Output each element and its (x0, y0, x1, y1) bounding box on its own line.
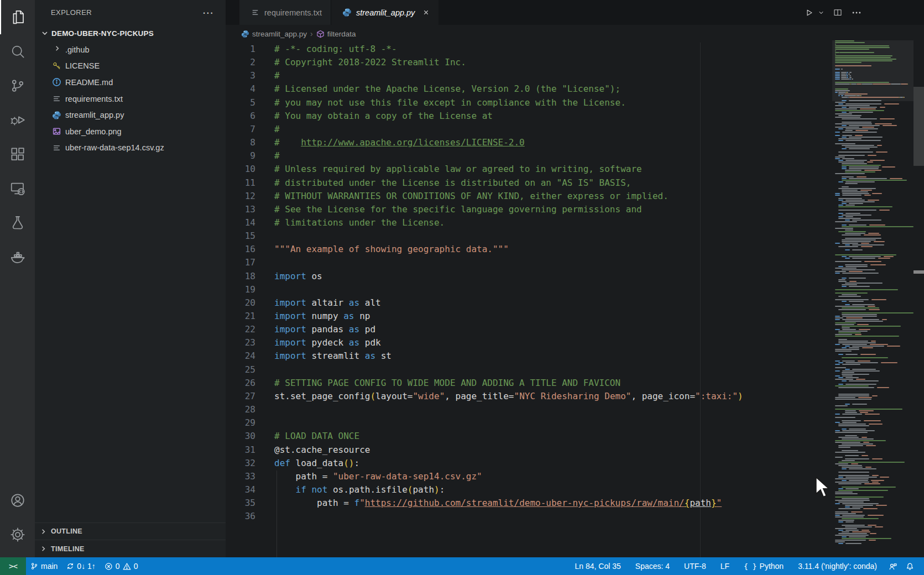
code-line[interactable]: 19 (226, 283, 274, 296)
minimap[interactable] (835, 40, 913, 550)
code-line[interactable]: 18import os (226, 270, 322, 283)
code-line[interactable]: 2# Copyright 2018-2022 Streamlit Inc. (226, 56, 466, 69)
indentation-indicator[interactable]: Spaces: 4 (628, 557, 677, 575)
close-icon[interactable] (422, 9, 430, 16)
activity-bar-item-settings[interactable] (0, 518, 35, 552)
run-button[interactable] (803, 7, 815, 18)
file-tree-item-streamlit_app.py[interactable]: streamlit_app.py (35, 107, 226, 123)
code-line[interactable]: 34 if not os.path.isfile(path): (226, 483, 445, 496)
problems-item[interactable]: 00 (100, 557, 143, 575)
minimap-slider[interactable] (832, 40, 913, 101)
file-tree-item-.github[interactable]: .github (35, 41, 226, 58)
sync-changes-item[interactable]: 0↓ 1↑ (62, 557, 100, 575)
file-label: LICENSE (65, 61, 100, 70)
code-editor[interactable]: 1# -*- coding: utf-8 -*-2# Copyright 201… (226, 43, 924, 557)
git-branch-item[interactable]: main (26, 557, 62, 575)
breadcrumb-item-streamlit_app.py[interactable]: streamlit_app.py (241, 30, 307, 38)
code-line[interactable]: 7# (226, 123, 280, 136)
tab-streamlit_app.py[interactable]: streamlit_app.py (331, 0, 438, 25)
more-actions-button[interactable] (851, 7, 862, 18)
activity-bar-item-extensions[interactable] (0, 137, 35, 171)
editor-scrollbar[interactable] (913, 25, 924, 557)
code-line[interactable]: 29 (226, 416, 274, 430)
split-editor-button[interactable] (833, 8, 843, 18)
feedback-icon[interactable] (884, 557, 901, 575)
project-root-row[interactable]: DEMO-UBER-NYC-PICKUPS (35, 25, 226, 41)
explorer-sidebar: EXPLORER ⋯ DEMO-UBER-NYC-PICKUPS .github… (35, 0, 226, 557)
code-line[interactable]: 5# you may not use this file except in c… (226, 96, 626, 109)
status-bar-left: ><main0↓ 1↑00 (0, 557, 142, 575)
language-indicator[interactable]: { }Python (737, 557, 791, 575)
file-tree-item-README.md[interactable]: README.md (35, 74, 226, 91)
line-number: 20 (226, 296, 255, 310)
code-line[interactable]: 32def load_data(): (226, 457, 359, 470)
activity-bar-item-explorer[interactable] (0, 0, 35, 34)
code-line[interactable]: 4# Licensed under the Apache License, Ve… (226, 82, 620, 96)
breadcrumb-label: streamlit_app.py (252, 30, 307, 38)
scrollbar-thumb[interactable] (913, 87, 924, 166)
run-dropdown-button[interactable] (818, 9, 824, 16)
code-line[interactable]: 14# limitations under the License. (226, 216, 445, 229)
code-line[interactable]: 12# WITHOUT WARRANTIES OR CONDITIONS OF … (226, 190, 669, 203)
more-actions-icon[interactable]: ⋯ (202, 10, 213, 15)
code-line[interactable]: 21import numpy as np (226, 310, 370, 323)
code-line[interactable]: 3# (226, 69, 280, 82)
encoding-indicator[interactable]: UTF-8 (677, 557, 713, 575)
breadcrumb-item-filterdata[interactable]: filterdata (316, 30, 356, 38)
project-root-label: DEMO-UBER-NYC-PICKUPS (51, 29, 154, 38)
code-line[interactable]: 17 (226, 256, 274, 269)
code-line[interactable]: 31@st.cache_resource (226, 443, 370, 457)
search-icon (9, 43, 26, 60)
remote-explorer-icon (9, 180, 26, 197)
column-ruler (700, 43, 701, 557)
eol-indicator[interactable]: LF (713, 557, 737, 575)
activity-bar-item-account[interactable] (0, 483, 35, 518)
code-line[interactable]: 27st.set_page_config(layout="wide", page… (226, 390, 743, 403)
code-line[interactable]: 25 (226, 363, 274, 377)
timeline-panel-header[interactable]: TIMELINE (35, 540, 226, 557)
code-line[interactable]: 11# distributed under the License is dis… (226, 176, 631, 190)
tab-requirements.txt[interactable]: requirements.txt (239, 0, 331, 25)
code-line[interactable]: 33 path = "uber-raw-data-sep14.csv.gz" (226, 470, 482, 483)
cursor-position-marker (913, 270, 924, 274)
file-tree-item-LICENSE[interactable]: LICENSE (35, 58, 226, 75)
code-line[interactable]: 35 path = f"https://github.com/streamlit… (226, 496, 722, 510)
code-line[interactable]: 36 (226, 510, 274, 523)
activity-bar-item-testing[interactable] (0, 206, 35, 240)
code-line[interactable]: 1# -*- coding: utf-8 -*- (226, 43, 397, 56)
code-line[interactable]: 22import pandas as pd (226, 323, 375, 336)
code-line[interactable]: 28 (226, 403, 274, 416)
code-line[interactable]: 8# http://www.apache.org/licenses/LICENS… (226, 136, 525, 149)
code-line[interactable]: 24import streamlit as st (226, 349, 391, 363)
activity-bar-item-source-control[interactable] (0, 69, 35, 103)
activity-bar-item-docker[interactable] (0, 240, 35, 274)
line-number: 28 (226, 403, 255, 416)
code-line[interactable]: 9# (226, 149, 280, 163)
line-number: 19 (226, 283, 255, 296)
activity-bar-item-run-debug[interactable] (0, 103, 35, 137)
line-col-indicator[interactable]: Ln 84, Col 35 (568, 557, 628, 575)
code-line[interactable]: 16"""An example of showing geographic da… (226, 243, 509, 256)
line-number: 15 (226, 229, 255, 243)
editor-group: requirements.txtstreamlit_app.py streaml… (226, 0, 924, 557)
activity-bar-item-search[interactable] (0, 34, 35, 69)
code-line[interactable]: 20import altair as alt (226, 296, 381, 310)
remote-indicator[interactable]: >< (0, 557, 26, 575)
code-line[interactable]: 6# You may obtain a copy of the License … (226, 109, 493, 123)
activity-bar-item-remote-explorer[interactable] (0, 171, 35, 206)
code-line[interactable]: 26# SETTING PAGE CONFIG TO WIDE MODE AND… (226, 377, 620, 390)
line-number: 17 (226, 256, 255, 269)
line-number: 16 (226, 243, 255, 256)
code-line[interactable]: 30# LOAD DATA ONCE (226, 430, 359, 443)
outline-panel-header[interactable]: OUTLINE (35, 522, 226, 540)
code-line[interactable]: 23import pydeck as pdk (226, 336, 381, 349)
file-tree-item-uber-raw-data-sep14.csv.gz[interactable]: uber-raw-data-sep14.csv.gz (35, 140, 226, 156)
line-number: 25 (226, 363, 255, 377)
python-interpreter-indicator[interactable]: 3.11.4 ('nightly': conda) (791, 557, 884, 575)
notifications-bell-icon[interactable] (901, 557, 918, 575)
file-tree-item-requirements.txt[interactable]: requirements.txt (35, 91, 226, 107)
file-tree-item-uber_demo.png[interactable]: uber_demo.png (35, 123, 226, 140)
code-line[interactable]: 10# Unless required by applicable law or… (226, 163, 642, 176)
code-line[interactable]: 15 (226, 229, 274, 243)
code-line[interactable]: 13# See the License for the specific lan… (226, 203, 642, 216)
